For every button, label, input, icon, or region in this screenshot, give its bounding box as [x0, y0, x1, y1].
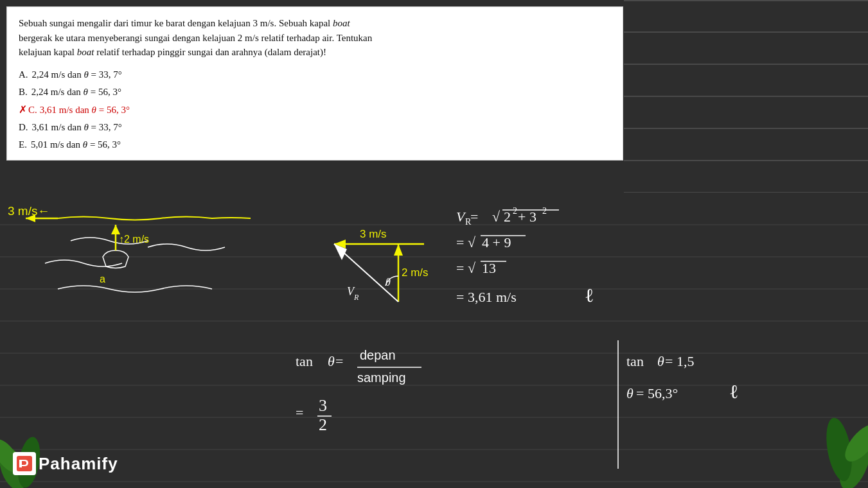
svg-marker-26	[394, 244, 403, 256]
svg-text:= √: = √	[456, 234, 476, 250]
svg-text:=: =	[470, 209, 478, 225]
svg-text:2 m/s: 2 m/s	[402, 266, 429, 279]
svg-text:2: 2	[504, 209, 511, 225]
option-b: B. 2,24 m/s dan θ = 56, 3°	[19, 83, 611, 101]
svg-text:= 1,5: = 1,5	[665, 353, 694, 369]
svg-text:tan: tan	[296, 353, 313, 369]
svg-text:4 + 9: 4 + 9	[482, 234, 511, 250]
logo-icon	[13, 452, 36, 475]
svg-text:ℓ: ℓ	[585, 284, 594, 306]
svg-text:θ: θ	[328, 353, 335, 369]
option-b-text: 2,24 m/s dan θ = 56, 3°	[31, 83, 121, 101]
svg-text:θ: θ	[657, 353, 664, 369]
svg-text:= √: = √	[456, 260, 476, 276]
logo-text: Pahamify	[39, 454, 118, 474]
svg-text:=: =	[335, 353, 343, 369]
svg-text:13: 13	[482, 260, 496, 276]
svg-text:√: √	[492, 209, 500, 225]
svg-text:θ: θ	[385, 277, 391, 288]
divider-line	[617, 340, 619, 469]
svg-text:2: 2	[513, 206, 517, 216]
option-c: ✗ C. 3,61 m/s dan θ = 56, 3°	[19, 101, 611, 119]
left-diagram: a ↑2 m/s	[6, 199, 302, 315]
svg-text:= 56,3°: = 56,3°	[636, 385, 678, 401]
question-box: Sebuah sungai mengalir dari timur ke bar…	[6, 6, 623, 161]
svg-marker-19	[111, 225, 120, 234]
option-e: E. 5,01 m/s dan θ = 56, 3°	[19, 136, 611, 153]
tan-formula: tan θ = depan samping = 3 2	[296, 340, 655, 469]
cross-mark: ✗	[19, 101, 27, 119]
svg-text:3 m/s: 3 m/s	[360, 228, 387, 240]
logo: Pahamify	[13, 452, 118, 475]
option-a-text: 2,24 m/s dan θ = 33, 7°	[32, 66, 122, 83]
option-d: D. 3,61 m/s dan θ = 33, 7°	[19, 119, 611, 136]
svg-text:3: 3	[319, 396, 327, 415]
options-list: A. 2,24 m/s dan θ = 33, 7° B. 2,24 m/s d…	[19, 66, 611, 154]
svg-text:↑2 m/s: ↑2 m/s	[119, 234, 149, 245]
svg-text:tan: tan	[626, 353, 644, 369]
svg-text:2: 2	[319, 415, 327, 434]
option-d-text: 3,61 m/s dan θ = 33, 7°	[32, 119, 122, 136]
option-e-text: 5,01 m/s dan θ = 56, 3°	[31, 136, 121, 153]
logo-svg	[15, 455, 33, 473]
svg-text:= 3,61 m/s: = 3,61 m/s	[456, 289, 517, 305]
plant-right	[810, 405, 868, 488]
svg-text:=: =	[296, 405, 303, 421]
svg-text:+ 3: + 3	[518, 209, 536, 225]
option-a: A. 2,24 m/s dan θ = 33, 7°	[19, 66, 611, 83]
svg-text:2: 2	[542, 206, 547, 216]
vector-diagram: 3 m/s θ 2 m/s VR	[296, 212, 475, 327]
svg-text:ℓ: ℓ	[729, 381, 738, 402]
svg-text:samping: samping	[357, 370, 406, 385]
svg-text:depan: depan	[360, 348, 396, 362]
right-lines	[624, 0, 868, 193]
river-speed-label: 3 m/s←	[8, 204, 49, 218]
question-text: Sebuah sungai mengalir dari timur ke bar…	[19, 16, 611, 60]
math-solution: V R = √ 2 2 + 3 2 = √ 4 + 9 = √ 13 = 3,6…	[456, 196, 765, 344]
svg-text:VR: VR	[347, 285, 359, 302]
tan-result: tan θ = 1,5 θ = 56,3° ℓ	[626, 344, 838, 446]
option-c-text: 3,61 m/s dan θ = 56, 3°	[40, 101, 130, 119]
svg-text:θ: θ	[626, 385, 633, 401]
svg-text:a: a	[100, 274, 105, 284]
